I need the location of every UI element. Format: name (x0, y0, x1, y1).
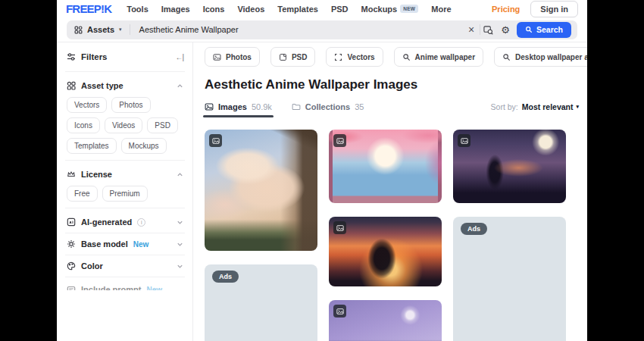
nav-item-icons[interactable]: Icons (203, 5, 225, 14)
screenshot-stage: FREEP!K Tools Images Icons Videos Templa… (0, 0, 644, 341)
ads-label: Ads (461, 223, 487, 235)
ai-image-icon (336, 137, 344, 145)
search-icon (402, 53, 411, 61)
filter-chip-premium[interactable]: Premium (102, 186, 148, 202)
filters-title: Filters (81, 52, 108, 61)
asset-category-dropdown[interactable]: Assets ▾ (74, 25, 130, 34)
filter-chip-videos[interactable]: Videos (105, 117, 142, 133)
related-chip-label: Desktop wallpaper anime (515, 53, 587, 61)
nav-item-images[interactable]: Images (161, 5, 190, 14)
sort-value-label: Most relevant (522, 102, 574, 111)
chevron-down-icon (177, 219, 183, 226)
content-area: Filters ←| Asset type Vectors Photos Ico… (57, 42, 587, 341)
clear-search-icon[interactable]: × (463, 24, 480, 35)
asset-category-label: Assets (87, 25, 114, 34)
filter-chip-photos[interactable]: Photos (111, 97, 150, 113)
tab-images-label: Images (218, 102, 247, 111)
filter-chip-templates[interactable]: Templates (67, 138, 117, 154)
nav-item-mockups[interactable]: Mockups NEW (361, 5, 419, 14)
color-palette-icon (67, 261, 76, 271)
nav-item-mockups-label: Mockups (361, 5, 398, 14)
grid-column-2 (329, 130, 442, 341)
freepik-logo[interactable]: FREEP!K (66, 2, 111, 15)
page-title: Aesthetic Anime Wallpaper Images (205, 77, 587, 92)
image-result-tile[interactable] (205, 130, 317, 251)
ad-placeholder-tile[interactable]: Ads (453, 217, 566, 341)
sign-in-button[interactable]: Sign in (530, 1, 578, 17)
magnifier-icon (525, 26, 533, 33)
divider (65, 71, 185, 72)
nav-item-videos[interactable]: Videos (237, 5, 264, 14)
collapse-sidebar-icon[interactable]: ←| (175, 53, 183, 61)
image-result-tile[interactable] (453, 130, 566, 203)
chevron-down-icon (177, 241, 183, 248)
grid-column-3: Ads (453, 130, 566, 341)
ai-image-badge (458, 134, 470, 147)
asset-type-icon (67, 81, 76, 90)
tab-collections[interactable]: Collections 35 (292, 102, 364, 117)
assets-icon (74, 26, 83, 34)
include-prompt-new-badge: New (146, 286, 162, 291)
search-by-image-icon[interactable] (480, 25, 497, 35)
info-icon[interactable]: i (137, 218, 145, 227)
chevron-down-icon (177, 263, 183, 270)
folder-icon (292, 102, 301, 111)
results-main: Photos PSD Vectors Anime wallpaper (193, 42, 587, 341)
nav-item-psd[interactable]: PSD (331, 5, 349, 14)
related-chip-label: Anime wallpaper (415, 53, 475, 61)
related-chip-anime-wallpaper[interactable]: Anime wallpaper (394, 47, 483, 67)
license-label: License (81, 170, 112, 179)
search-button-label: Search (536, 25, 563, 34)
filter-chip-mockups[interactable]: Mockups (121, 138, 167, 154)
search-bar: Assets ▾ Aesthetic Anime Wallpaper × ⚙ S… (67, 20, 577, 39)
image-result-tile[interactable] (329, 217, 442, 286)
letterbox-right (587, 0, 644, 341)
main-menu: Tools Images Icons Videos Templates PSD … (127, 5, 451, 14)
filter-chip-icons[interactable]: Icons (67, 117, 100, 133)
image-result-tile[interactable] (329, 130, 442, 203)
ai-image-icon (461, 137, 468, 145)
base-model-label: Base model (81, 239, 128, 249)
divider (65, 160, 185, 161)
filter-chip-psd[interactable]: PSD (147, 117, 178, 133)
color-label: Color (81, 261, 103, 271)
include-prompt-icon (67, 285, 76, 290)
search-input[interactable]: Aesthetic Anime Wallpaper (130, 25, 463, 34)
search-button[interactable]: Search (517, 22, 571, 38)
license-icon (67, 170, 76, 179)
include-prompt-label: Include prompt (81, 285, 141, 290)
nav-item-templates[interactable]: Templates (277, 5, 318, 14)
sort-dropdown[interactable]: Most relevant ▾ (522, 102, 579, 111)
section-base-model[interactable]: Base model New (67, 236, 183, 252)
letterbox-left (0, 0, 57, 341)
nav-item-tools[interactable]: Tools (127, 5, 148, 14)
chevron-up-icon (177, 171, 183, 178)
pricing-link[interactable]: Pricing (492, 5, 520, 14)
filter-chip-vectors[interactable]: Vectors (67, 97, 107, 113)
freepik-page: FREEP!K Tools Images Icons Videos Templa… (57, 0, 587, 341)
settings-gear-icon[interactable]: ⚙ (497, 24, 514, 36)
related-chip-vectors[interactable]: Vectors (326, 47, 383, 67)
related-chip-psd[interactable]: PSD (270, 47, 316, 67)
search-icon (502, 53, 511, 61)
related-chip-label: Photos (226, 53, 252, 61)
sort-control: Sort by: Most relevant ▾ (491, 102, 579, 111)
section-asset-type[interactable]: Asset type (67, 78, 183, 93)
section-ai-generated[interactable]: AI-generated i (67, 214, 183, 230)
section-include-prompt[interactable]: Include prompt New (67, 282, 183, 290)
tab-images[interactable]: Images 50.9k (205, 102, 272, 117)
section-color[interactable]: Color (67, 258, 183, 274)
section-license[interactable]: License (67, 167, 183, 182)
ai-image-badge (333, 305, 346, 318)
ad-placeholder-tile[interactable]: Ads (205, 264, 317, 341)
ads-label: Ads (212, 271, 239, 283)
divider (65, 208, 185, 208)
related-chip-desktop-wallpaper-anime[interactable]: Desktop wallpaper anime (494, 47, 587, 67)
results-tabs: Images 50.9k Collections 35 Sort by: Mos… (205, 102, 579, 117)
filters-header: Filters ←| (67, 48, 183, 65)
related-searches-row: Photos PSD Vectors Anime wallpaper (205, 47, 579, 67)
related-chip-photos[interactable]: Photos (205, 47, 260, 67)
filter-chip-free[interactable]: Free (67, 186, 98, 202)
image-result-tile[interactable] (329, 300, 442, 341)
nav-item-more[interactable]: More (431, 5, 451, 14)
